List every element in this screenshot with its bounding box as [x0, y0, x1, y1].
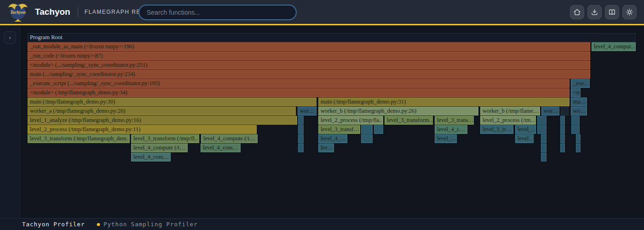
flame-frame-small[interactable] [560, 116, 565, 125]
flame-frame[interactable]: worker_b (/tmp/flame… [480, 107, 540, 115]
flame-frame[interactable]: worker_b (/tmp/flamegraph_demo.py:26) [318, 107, 478, 115]
flame-frame[interactable]: level_4_com… [201, 144, 241, 152]
sidebar-expand-button[interactable]: › [4, 31, 16, 44]
flame-frame-small[interactable] [361, 125, 373, 134]
flame-frame-small[interactable] [298, 125, 304, 134]
flame-frame-small[interactable] [576, 144, 581, 152]
flame-frame-small[interactable] [541, 134, 546, 143]
flame-frame[interactable]: ma… [571, 98, 587, 106]
home-button[interactable] [570, 5, 584, 19]
flamegraph: Program Root_run_module_as_main (<frozen… [0, 0, 644, 230]
flame-frame[interactable]: _run_module_as_main (<frozen runpy>:196) [28, 42, 590, 51]
flame-frame[interactable]: main (/tmp/flamegraph_demo.py:30) [28, 98, 316, 106]
flame-frame[interactable]: level_4_… [318, 134, 347, 143]
flame-frame[interactable]: level_2_process (/tm… [480, 116, 536, 125]
flame-frame[interactable]: level_2_process (/tmp/flamegraph_demo.py… [28, 125, 257, 134]
flame-frame[interactable]: level_4_compute (/t… [201, 134, 258, 143]
flame-frame-small[interactable] [541, 153, 546, 161]
home-icon [573, 8, 581, 16]
chevron-right-icon: › [9, 34, 11, 41]
flame-frame-small[interactable] [298, 144, 304, 152]
flame-frame[interactable]: level… [515, 134, 534, 143]
flame-frame[interactable]: level_1_analyze (/tmp/flamegraph_demo.py… [28, 116, 297, 125]
flame-frame[interactable]: level_4_compute (/t… [131, 144, 188, 152]
flame-frame-small[interactable] [560, 144, 565, 152]
header-actions [570, 5, 637, 19]
tachyon-logo: Tachyon [7, 1, 29, 23]
flame-frame[interactable]: _exe… [571, 79, 590, 88]
flame-frame[interactable]: level_… [515, 125, 536, 134]
flame-frame-small[interactable] [537, 116, 546, 125]
flame-frame[interactable]: level_4_c… [435, 125, 467, 134]
flame-frame-small[interactable] [576, 134, 581, 143]
flame-frame[interactable]: level_4_comput… [592, 42, 636, 51]
flame-frame[interactable]: level_3_tr… [480, 125, 513, 134]
flame-frame[interactable]: level_3_trans… [435, 116, 474, 125]
flame-frame-small[interactable] [298, 116, 304, 125]
flame-frame[interactable]: level_3_transform… [385, 116, 433, 125]
status-app-name: Tachyon Profiler [22, 221, 85, 228]
flame-frame[interactable]: <module> (.../sampling/_sync_coordinator… [28, 61, 590, 69]
flame-frame-small[interactable] [361, 134, 373, 143]
flame-frame[interactable]: wor… [298, 107, 316, 115]
flame-frame[interactable]: <m… [571, 88, 581, 97]
flame-frame-small[interactable] [298, 134, 304, 143]
flame-frame[interactable]: _run_code (<frozen runpy>:87) [28, 52, 590, 60]
brightness-icon [626, 8, 633, 16]
flame-frame-small[interactable] [560, 125, 565, 134]
flame-frame[interactable]: main (/tmp/flamegraph_demo.py:31) [318, 98, 569, 106]
flame-frame[interactable]: _execute_script (.../sampling/_sync_coor… [28, 79, 569, 88]
flame-frame-small[interactable] [571, 116, 580, 125]
status-dot-icon: ● [97, 221, 100, 227]
header: Tachyon Tachyon FLAMEGRAPH REPORT [0, 0, 644, 25]
flame-frame-small[interactable] [561, 107, 569, 115]
flame-frame[interactable]: Program Root [28, 33, 636, 42]
search-input[interactable] [138, 5, 297, 20]
flame-frame[interactable]: level_… [435, 134, 457, 143]
status-subtitle: Python Sampling Profiler [104, 221, 198, 228]
flame-frame[interactable]: level_2_process (/tmp/fla… [318, 116, 383, 125]
theme-toggle-button[interactable] [622, 5, 637, 19]
download-button[interactable] [587, 5, 602, 19]
download-icon [591, 8, 598, 16]
flame-frame-small[interactable] [541, 144, 546, 152]
flame-frame-small[interactable] [374, 125, 383, 134]
flame-frame[interactable]: wo… [571, 107, 587, 115]
flame-frame[interactable]: level_3_transf… [318, 125, 360, 134]
flame-frame[interactable]: worker_a (/tmp/flamegraph_demo.py:20) [28, 107, 296, 115]
svg-text:Tachyon: Tachyon [10, 10, 26, 15]
app-title: Tachyon [35, 7, 70, 17]
status-bar: Tachyon Profiler ● Python Sampling Profi… [0, 218, 644, 230]
flame-frame[interactable]: main (.../sampling/_sync_coordinator.py:… [28, 70, 590, 79]
header-divider [78, 7, 78, 17]
sidebar-gutter: › [0, 25, 20, 218]
flame-frame[interactable]: level_4_com… [131, 153, 171, 161]
docs-button[interactable] [605, 5, 619, 19]
flame-frame[interactable]: <module> (/tmp/flamegraph_demo.py:34) [28, 88, 569, 97]
flame-frame-small[interactable] [537, 125, 546, 134]
flame-frame[interactable]: lev… [318, 144, 334, 152]
flame-frame[interactable]: level_3_transform (/tmp/flamegraph_dem… [28, 134, 130, 143]
book-icon [608, 8, 616, 16]
flame-frame-small[interactable] [571, 125, 580, 134]
flame-frame[interactable]: level_3_transform (/tmp/fl… [131, 134, 199, 143]
flame-frame-small[interactable] [560, 134, 565, 143]
flame-frame[interactable]: wor… [541, 107, 559, 115]
app-window: Program Root_run_module_as_main (<frozen… [0, 0, 644, 230]
